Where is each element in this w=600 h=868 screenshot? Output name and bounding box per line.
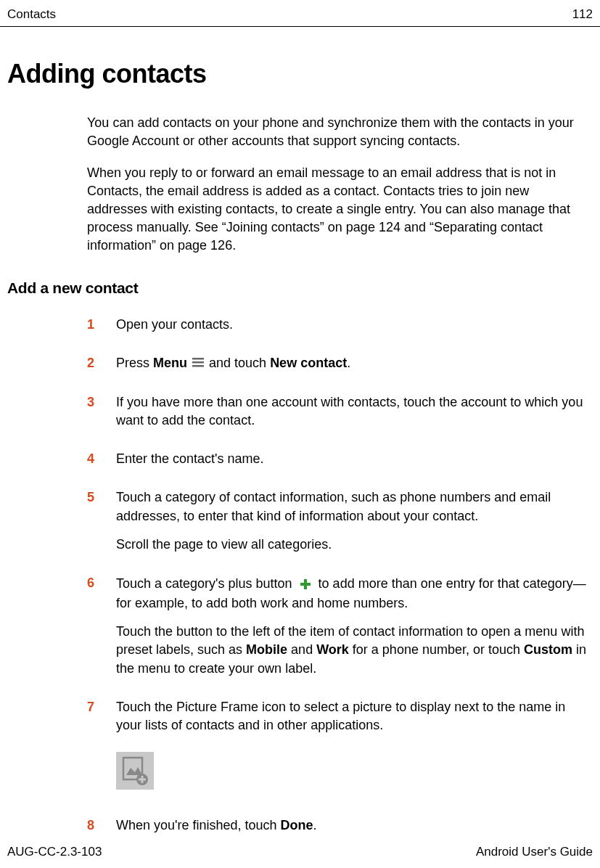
intro-paragraph-1: You can add contacts on your phone and s… xyxy=(87,114,593,150)
svg-rect-4 xyxy=(300,583,311,586)
step-text: Enter the contact's name. xyxy=(116,450,593,478)
step-number: 3 xyxy=(87,393,116,440)
footer-guide-name: Android User's Guide xyxy=(476,843,593,861)
plus-icon xyxy=(300,574,311,594)
step-6: 6 Touch a category's plus button to add … xyxy=(87,574,593,688)
step-number: 6 xyxy=(87,574,116,688)
page-footer: AUG-CC-2.3-103 Android User's Guide xyxy=(0,836,600,868)
intro-section: You can add contacts on your phone and s… xyxy=(7,114,593,255)
picture-frame-icon xyxy=(116,752,154,795)
svg-rect-1 xyxy=(192,361,204,364)
step-1: 1 Open your contacts. xyxy=(87,316,593,344)
svg-rect-0 xyxy=(192,358,204,360)
footer-doc-id: AUG-CC-2.3-103 xyxy=(7,843,102,861)
section-subtitle: Add a new contact xyxy=(7,277,593,298)
page-title: Adding contacts xyxy=(7,56,593,92)
step-number: 7 xyxy=(87,698,116,807)
step-number: 4 xyxy=(87,450,116,478)
step-text: Touch a category of contact information,… xyxy=(116,488,593,564)
header-page-number: 112 xyxy=(572,6,593,23)
step-5: 5 Touch a category of contact informatio… xyxy=(87,488,593,564)
step-2: 2 Press Menu and touch New contact. xyxy=(87,354,593,383)
step-4: 4 Enter the contact's name. xyxy=(87,450,593,478)
step-text: If you have more than one account with c… xyxy=(116,393,593,440)
intro-paragraph-2: When you reply to or forward an email me… xyxy=(87,164,593,255)
step-text: Touch the Picture Frame icon to select a… xyxy=(116,698,593,807)
step-number: 2 xyxy=(87,354,116,383)
step-number: 1 xyxy=(87,316,116,344)
step-text: Touch a category's plus button to add mo… xyxy=(116,574,593,688)
page-content: Adding contacts You can add contacts on … xyxy=(0,27,600,863)
step-7: 7 Touch the Picture Frame icon to select… xyxy=(87,698,593,807)
step-number: 5 xyxy=(87,488,116,564)
step-3: 3 If you have more than one account with… xyxy=(87,393,593,440)
step-text: Open your contacts. xyxy=(116,316,593,344)
header-section: Contacts xyxy=(7,6,56,23)
steps-list: 1 Open your contacts. 2 Press Menu xyxy=(7,316,593,846)
svg-rect-2 xyxy=(192,365,204,367)
menu-icon xyxy=(192,355,204,373)
step-text: Press Menu and touch New contact. xyxy=(116,354,593,383)
page-header: Contacts 112 xyxy=(0,0,600,27)
svg-rect-10 xyxy=(139,779,146,781)
